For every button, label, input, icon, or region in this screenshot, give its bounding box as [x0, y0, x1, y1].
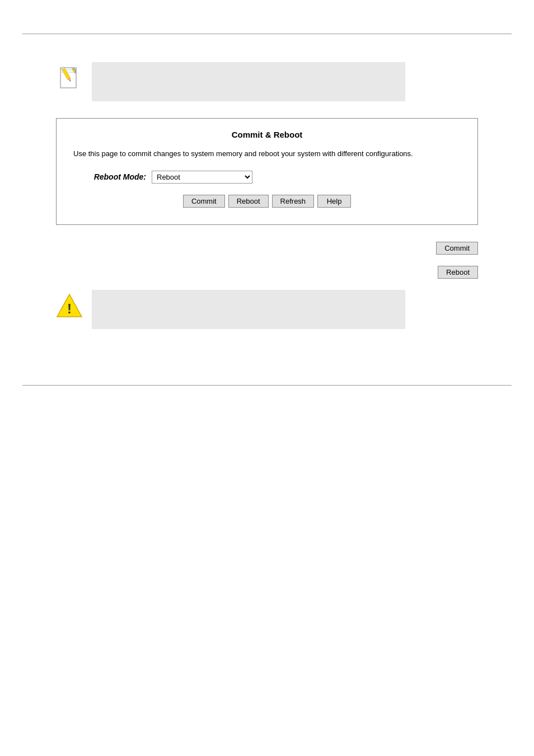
page-content: Commit & Reboot Use this page to commit …: [0, 34, 534, 351]
form-box-description: Use this page to commit changes to syste…: [73, 148, 461, 159]
warning-icon: !: [56, 292, 83, 319]
note-icon: [56, 64, 83, 91]
warning-box: !: [56, 290, 512, 329]
reboot-mode-select[interactable]: Reboot: [152, 171, 252, 184]
bottom-divider: [22, 385, 512, 386]
warning-content: [92, 290, 405, 329]
commit-button[interactable]: Commit: [183, 195, 225, 208]
button-row: Commit Reboot Refresh Help: [73, 195, 461, 208]
note-box: [56, 62, 512, 101]
standalone-commit-button[interactable]: Commit: [436, 242, 478, 255]
refresh-button[interactable]: Refresh: [272, 195, 315, 208]
svg-text:!: !: [67, 301, 72, 316]
note-content: [92, 62, 405, 101]
form-box-title: Commit & Reboot: [73, 130, 461, 139]
standalone-reboot-section: Reboot: [56, 266, 478, 279]
reboot-mode-label: Reboot Mode:: [73, 172, 146, 181]
reboot-button[interactable]: Reboot: [228, 195, 269, 208]
standalone-commit-section: Commit: [56, 242, 478, 255]
standalone-reboot-button[interactable]: Reboot: [438, 266, 478, 279]
form-box: Commit & Reboot Use this page to commit …: [56, 118, 478, 225]
help-button[interactable]: Help: [317, 195, 351, 208]
reboot-mode-row: Reboot Mode: Reboot: [73, 171, 461, 184]
